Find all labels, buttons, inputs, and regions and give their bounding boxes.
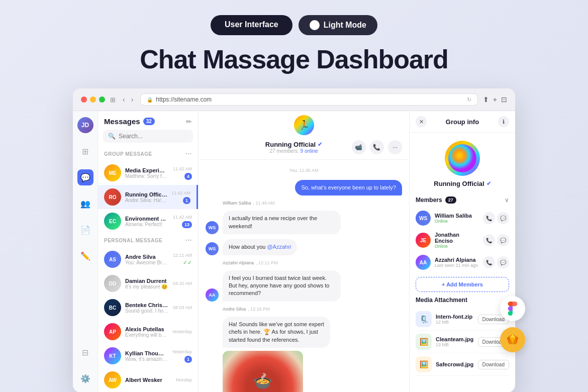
unread-badge-running: 1	[183, 197, 190, 204]
address-bar[interactable]: 🔒 https://sitename.com ↻	[140, 93, 477, 106]
call-jonathan-button[interactable]: 📞	[483, 234, 495, 246]
chat-avatar-benteke: BC	[104, 299, 121, 316]
refresh-icon[interactable]: ↻	[467, 96, 471, 103]
group-header-icon: 🏃	[294, 115, 314, 135]
sidebar-item-grid[interactable]: ⊞	[77, 143, 93, 159]
chat-time-albert: Monday	[176, 377, 192, 382]
personal-more-button[interactable]: ···	[185, 236, 192, 244]
download-safe-button[interactable]: Download	[478, 360, 509, 369]
new-tab-button[interactable]: +	[493, 95, 497, 104]
minimize-traffic-light[interactable]	[90, 96, 96, 103]
chat-time-kyllian: Yesterday	[172, 349, 192, 354]
chat-avatar-alexis: AP	[104, 323, 121, 340]
media-info-clean: Cleanteam.jpg 13 MB	[436, 336, 474, 347]
chat-item-alexis[interactable]: AP Alexis Putellas Everything will be fi…	[98, 320, 198, 344]
chat-meta-benteke: 08:03 AM	[173, 305, 192, 310]
food-image: 🍲	[223, 351, 303, 392]
chat-meta-environment: 11:42 AM 13	[173, 215, 192, 228]
app-layout: JD ⊞ 💬 👥 📄 ✏️ ⊟ ⚙️ Messages 32 ✏	[73, 111, 515, 392]
chat-time-damian: 04:32 AM	[173, 281, 192, 286]
chat-info-running: Running Official ✔ Andre Silva: Ha! Soun…	[125, 191, 167, 203]
sidebar-item-docs[interactable]: 📄	[77, 222, 93, 238]
voice-call-button[interactable]: 📞	[370, 140, 384, 154]
media-info-safe: Safecrowd.jpg	[436, 361, 474, 367]
chat-name-running: Running Official ✔	[125, 191, 167, 198]
chat-time-media: 11:42 AM	[173, 166, 192, 171]
browser-layout-icons: ⊞	[110, 96, 116, 104]
media-attachment-header: Media Attachment ···	[416, 296, 509, 304]
message-bubble-andre: Ha! Sounds like we've got some expert ch…	[223, 317, 330, 348]
member-info-william: William Saliba Online	[435, 213, 479, 224]
share-button[interactable]: ⬆	[483, 95, 489, 104]
chat-info-media: Media Experiment Matthew: Sorry for late…	[125, 167, 169, 179]
chat-item-kyllian[interactable]: KT Kyllian Thoumas Wow, it's amazing exp…	[98, 344, 198, 368]
chat-info-benteke: Benteke Christian Sound good. I hope you…	[125, 302, 169, 314]
svg-point-0	[448, 144, 476, 172]
messages-panel: Messages 32 ✏ 🔍 GROUP MESSAGE ···	[98, 111, 199, 392]
layout-icon: ⊞	[110, 96, 116, 104]
chat-window: 🏃 Running Official ✔ 27 members. 9 onlin…	[199, 111, 410, 392]
sidebar-item-settings[interactable]: ⚙️	[77, 370, 93, 386]
message-azzahri-button[interactable]: 💬	[497, 256, 509, 268]
message-row-andre: AS Ha! Sounds like we've got some expert…	[206, 317, 402, 392]
add-members-button[interactable]: + Add Members	[416, 277, 509, 292]
user-avatar[interactable]: JD	[77, 117, 93, 133]
chat-name-kyllian: Kyllian Thoumas	[125, 350, 168, 356]
more-options-button[interactable]: ⊡	[501, 95, 507, 104]
sidebar-item-layers[interactable]: ⊟	[77, 344, 93, 360]
avatar-william-2: WS	[206, 242, 219, 255]
sidebar-item-edit[interactable]: ✏️	[77, 248, 93, 264]
chat-item-running-official[interactable]: RO Running Official ✔ Andre Silva: Ha! S…	[98, 185, 198, 209]
search-input[interactable]	[119, 133, 194, 140]
group-more-button[interactable]: ···	[185, 150, 192, 158]
verified-icon-panel: ✔	[486, 180, 491, 187]
member-item-azzahri: AA Azzahri Alpiana Last seen 21 min ago …	[410, 252, 515, 273]
sidebar-item-messages[interactable]: 💬	[77, 169, 93, 185]
members-title: Members 27	[416, 197, 456, 204]
maximize-traffic-light[interactable]	[99, 96, 105, 103]
message-bubble-william-2: How about you @Azzahri	[223, 239, 297, 255]
traffic-lights	[81, 96, 105, 103]
unread-badge-environment: 13	[182, 221, 192, 228]
figma-icon	[506, 302, 520, 316]
chat-meta-albert: Monday	[176, 377, 192, 382]
chat-avatar-albert: AW	[104, 371, 121, 388]
chat-item-andre[interactable]: AS Andre Silva You: Aweome Bro 👋 12:11 A…	[98, 247, 198, 271]
chat-item-damian[interactable]: DD Damian Durrent It's my pleasure 😊 04:…	[98, 271, 198, 296]
chat-avatar-damian: DD	[104, 275, 121, 292]
back-button[interactable]: ‹	[121, 94, 127, 105]
call-william-button[interactable]: 📞	[483, 212, 495, 224]
toggle-members-button[interactable]: ∨	[505, 197, 509, 204]
call-azzahri-button[interactable]: 📞	[483, 256, 495, 268]
chat-item-environment[interactable]: EC Environment Club Almeria: Perfect! 11…	[98, 209, 198, 233]
group-info-details-button[interactable]: ℹ	[498, 116, 509, 127]
video-call-button[interactable]: 📹	[352, 140, 366, 154]
close-traffic-light[interactable]	[81, 96, 87, 103]
forward-button[interactable]: ›	[129, 94, 136, 105]
message-william-button[interactable]: 💬	[497, 212, 509, 224]
group-info-title: Group info	[446, 118, 479, 126]
group-avatar-svg	[447, 143, 477, 173]
messages-area: You, 11:45 AM So, what's everyone been u…	[199, 160, 409, 392]
chat-meta-alexis: Yesterday	[172, 329, 192, 334]
member-info-jonathan: Jonathan Enciso Online	[435, 232, 479, 249]
url-text: https://sitename.com	[156, 96, 212, 103]
group-info-avatar-section: Running Official ✔	[410, 133, 515, 192]
sidebar-item-contacts[interactable]: 👥	[77, 195, 93, 212]
member-name-william: William Saliba	[435, 213, 479, 219]
sketch-badge[interactable]	[500, 327, 525, 352]
chat-item-albert[interactable]: AW Albert Wesker Monday	[98, 368, 198, 392]
chat-item-media-experiment[interactable]: ME Media Experiment Matthew: Sorry for l…	[98, 161, 198, 185]
search-input-wrap[interactable]: 🔍	[103, 130, 193, 143]
chat-info-andre: Andre Silva You: Aweome Bro 👋	[125, 254, 169, 265]
sketch-icon	[506, 333, 520, 347]
chat-preview-running: Andre Silva: Ha! Sound like we...	[125, 198, 167, 203]
close-group-info-button[interactable]: ✕	[416, 116, 427, 127]
compose-icon[interactable]: ✏	[186, 118, 192, 126]
media-item-font: 🗜️ Intern-font.zip 12 MB Download	[416, 308, 509, 331]
figma-badge[interactable]	[500, 296, 525, 321]
chat-item-benteke[interactable]: BC Benteke Christian Sound good. I hope …	[98, 296, 198, 320]
more-options-chat-button[interactable]: ···	[388, 140, 402, 154]
message-jonathan-button[interactable]: 💬	[497, 234, 509, 246]
media-name-safe: Safecrowd.jpg	[436, 361, 474, 367]
